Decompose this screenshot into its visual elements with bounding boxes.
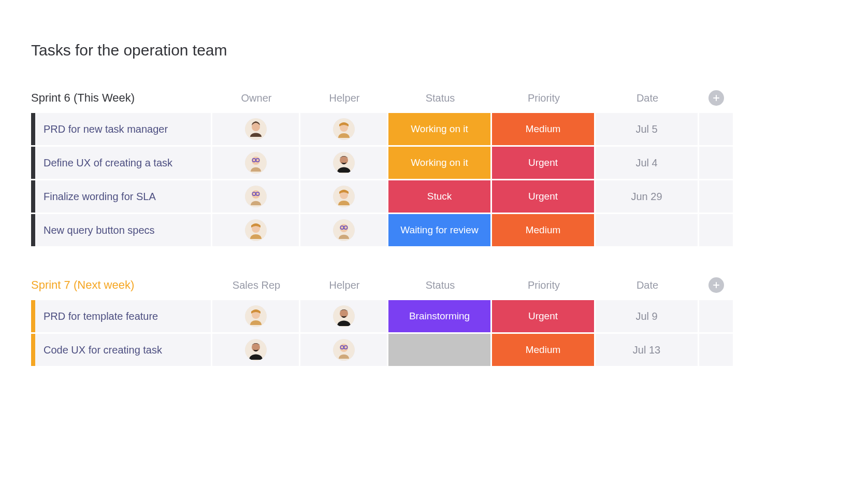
avatar[interactable] <box>333 219 355 241</box>
task-name-cell[interactable]: Finalize wording for SLA <box>35 180 211 213</box>
board-title: Tasks for the operation team <box>31 41 733 59</box>
column-header-helper[interactable]: Helper <box>300 279 388 291</box>
table-row: Define UX of creating a task Working on … <box>31 147 733 179</box>
avatar[interactable] <box>245 186 267 207</box>
avatar[interactable] <box>245 339 267 361</box>
task-name-cell[interactable]: PRD for template feature <box>35 300 211 332</box>
avatar[interactable] <box>245 305 267 327</box>
task-name-cell[interactable]: New query button specs <box>35 214 211 246</box>
column-header-status[interactable]: Status <box>388 279 492 291</box>
table-row: New query button specs Waiting for revie… <box>31 214 733 246</box>
plus-icon <box>712 281 720 289</box>
column-header-date[interactable]: Date <box>596 279 699 291</box>
column-header-helper[interactable]: Helper <box>300 92 388 104</box>
end-cell <box>699 300 733 332</box>
row-stripe <box>31 214 35 246</box>
status-cell[interactable]: Stuck <box>388 180 490 213</box>
helper-cell[interactable] <box>300 113 387 145</box>
priority-cell[interactable]: Medium <box>492 214 594 246</box>
row-stripe <box>31 147 35 179</box>
status-cell[interactable] <box>388 334 490 366</box>
owner-cell[interactable] <box>212 214 299 246</box>
column-header-sales-rep[interactable]: Sales Rep <box>212 279 300 291</box>
end-cell <box>699 180 733 213</box>
date-cell[interactable]: Jul 9 <box>596 300 698 332</box>
group-header: Sprint 7 (Next week) Sales Rep Helper St… <box>31 277 733 293</box>
row-stripe <box>31 113 35 145</box>
column-header-date[interactable]: Date <box>596 92 699 104</box>
date-cell[interactable] <box>596 214 698 246</box>
avatar[interactable] <box>245 118 267 140</box>
row-stripe <box>31 300 35 332</box>
priority-cell[interactable]: Urgent <box>492 300 594 332</box>
column-header-status[interactable]: Status <box>388 92 492 104</box>
end-cell <box>699 113 733 145</box>
status-cell[interactable]: Working on it <box>388 113 490 145</box>
priority-cell[interactable]: Medium <box>492 334 594 366</box>
group-sprint-6: Sprint 6 (This Week) Owner Helper Status… <box>31 90 733 246</box>
column-header-owner[interactable]: Owner <box>212 92 300 104</box>
priority-cell[interactable]: Medium <box>492 113 594 145</box>
helper-cell[interactable] <box>300 147 387 179</box>
row-stripe <box>31 334 35 366</box>
end-cell <box>699 334 733 366</box>
helper-cell[interactable] <box>300 180 387 213</box>
date-cell[interactable]: Jul 4 <box>596 147 698 179</box>
date-cell[interactable]: Jun 29 <box>596 180 698 213</box>
avatar[interactable] <box>333 152 355 174</box>
date-cell[interactable]: Jul 5 <box>596 113 698 145</box>
date-cell[interactable]: Jul 13 <box>596 334 698 366</box>
owner-cell[interactable] <box>212 180 299 213</box>
status-cell[interactable]: Working on it <box>388 147 490 179</box>
helper-cell[interactable] <box>300 214 387 246</box>
avatar[interactable] <box>333 339 355 361</box>
status-cell[interactable]: Brainstorming <box>388 300 490 332</box>
status-cell[interactable]: Waiting for review <box>388 214 490 246</box>
owner-cell[interactable] <box>212 147 299 179</box>
avatar[interactable] <box>333 186 355 207</box>
helper-cell[interactable] <box>300 300 387 332</box>
group-header: Sprint 6 (This Week) Owner Helper Status… <box>31 90 733 106</box>
end-cell <box>699 147 733 179</box>
avatar[interactable] <box>333 118 355 140</box>
group-title[interactable]: Sprint 6 (This Week) <box>31 91 212 105</box>
plus-icon <box>712 94 720 102</box>
priority-cell[interactable]: Urgent <box>492 147 594 179</box>
helper-cell[interactable] <box>300 334 387 366</box>
owner-cell[interactable] <box>212 300 299 332</box>
task-name-cell[interactable]: Code UX for creating task <box>35 334 211 366</box>
task-name-cell[interactable]: PRD for new task manager <box>35 113 211 145</box>
group-sprint-7: Sprint 7 (Next week) Sales Rep Helper St… <box>31 277 733 366</box>
end-cell <box>699 214 733 246</box>
owner-cell[interactable] <box>212 113 299 145</box>
task-name-cell[interactable]: Define UX of creating a task <box>35 147 211 179</box>
table-row: PRD for new task manager Working on it M… <box>31 113 733 145</box>
avatar[interactable] <box>333 305 355 327</box>
avatar[interactable] <box>245 219 267 241</box>
owner-cell[interactable] <box>212 334 299 366</box>
add-column-button[interactable] <box>708 277 724 293</box>
priority-cell[interactable]: Urgent <box>492 180 594 213</box>
table-row: PRD for template feature Brainstorming U… <box>31 300 733 332</box>
group-title[interactable]: Sprint 7 (Next week) <box>31 278 212 292</box>
add-column-button[interactable] <box>708 90 724 106</box>
avatar[interactable] <box>245 152 267 174</box>
table-row: Code UX for creating task Medium Jul 13 <box>31 334 733 366</box>
column-header-priority[interactable]: Priority <box>492 92 596 104</box>
table-row: Finalize wording for SLA Stuck Urgent Ju… <box>31 180 733 213</box>
row-stripe <box>31 180 35 213</box>
column-header-priority[interactable]: Priority <box>492 279 596 291</box>
